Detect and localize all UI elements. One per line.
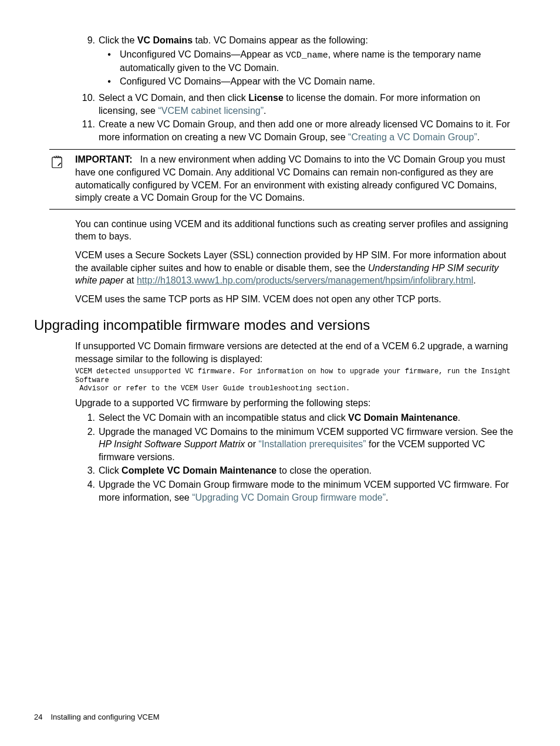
text: or: [245, 439, 258, 449]
step-item-3: 3. Click Complete VC Domain Maintenance …: [75, 464, 515, 477]
text: Select a VC Domain, and then click: [99, 93, 248, 103]
cross-ref-link[interactable]: “Creating a VC Domain Group”: [348, 132, 477, 142]
text: to close the operation.: [276, 465, 372, 475]
text: Select the VC Domain with an incompatibl…: [99, 413, 348, 423]
step-item-2: 2. Upgrade the managed VC Domains to the…: [75, 426, 515, 464]
page-number: 24: [34, 713, 42, 721]
text: .: [458, 413, 460, 423]
text: Unconfigured VC Domains—Appear as: [120, 49, 286, 59]
footer-title: Installing and configuring VCEM: [50, 713, 159, 721]
code-block: VCEM detected unsupported VC firmware. F…: [75, 367, 515, 393]
text: .: [473, 275, 475, 285]
list-number: 9.: [75, 34, 99, 90]
page: 9. Click the VC Domains tab. VC Domains …: [0, 0, 560, 746]
bold-text: License: [248, 93, 284, 103]
bold-text: VC Domain Maintenance: [348, 413, 458, 423]
code-text: VCD_name: [286, 50, 328, 60]
sub-list: • Unconfigured VC Domains—Appear as VCD_…: [99, 48, 515, 88]
text: .: [264, 106, 266, 116]
step-item-1: 1. Select the VC Domain with an incompat…: [75, 411, 515, 424]
list-item-10: 10. Select a VC Domain, and then click L…: [75, 92, 515, 117]
text: tab. VC Domains appear as the following:: [193, 35, 368, 45]
text: Upgrade the managed VC Domains to the mi…: [99, 427, 513, 437]
content-area: 9. Click the VC Domains tab. VC Domains …: [75, 34, 515, 504]
bold-text: Complete VC Domain Maintenance: [122, 465, 276, 475]
italic-text: HP Insight Software Support Matrix: [99, 439, 245, 449]
section-heading: Upgrading incompatible firmware modes an…: [34, 317, 515, 334]
bullet: •: [99, 48, 120, 75]
important-body: In a new environment when adding VC Doma…: [75, 154, 505, 202]
ordered-list-steps: 1. Select the VC Domain with an incompat…: [75, 411, 515, 504]
list-number: 3.: [75, 464, 99, 477]
note-icon: [49, 153, 75, 204]
ordered-list-continued: 9. Click the VC Domains tab. VC Domains …: [75, 34, 515, 143]
text: at: [124, 275, 137, 285]
important-note: IMPORTANT: In a new environment when add…: [49, 149, 515, 209]
svg-rect-0: [52, 157, 62, 168]
text: .: [386, 492, 388, 502]
bullet: •: [99, 75, 120, 88]
cross-ref-link[interactable]: “VCEM cabinet licensing”: [158, 106, 264, 116]
bold-text: VC Domains: [137, 35, 193, 45]
paragraph: You can continue using VCEM and its addi…: [75, 218, 515, 243]
page-footer: 24Installing and configuring VCEM: [34, 713, 159, 721]
paragraph: If unsupported VC Domain firmware versio…: [75, 340, 515, 365]
list-number: 1.: [75, 411, 99, 424]
sub-list-item: • Unconfigured VC Domains—Appear as VCD_…: [99, 48, 515, 75]
external-link[interactable]: http://h18013.www1.hp.com/products/serve…: [137, 275, 473, 285]
list-item-9: 9. Click the VC Domains tab. VC Domains …: [75, 34, 515, 90]
list-number: 11.: [75, 118, 99, 143]
sub-list-item: • Configured VC Domains—Appear with the …: [99, 75, 515, 88]
list-item-11: 11. Create a new VC Domain Group, and th…: [75, 118, 515, 143]
text: Click the: [99, 35, 137, 45]
list-number: 2.: [75, 426, 99, 464]
paragraph: VCEM uses the same TCP ports as HP SIM. …: [75, 293, 515, 306]
list-number: 4.: [75, 478, 99, 504]
paragraph: Upgrade to a supported VC firmware by pe…: [75, 397, 515, 410]
text: Configured VC Domains—Appear with the VC…: [120, 76, 375, 86]
list-number: 10.: [75, 92, 99, 117]
cross-ref-link[interactable]: “Upgrading VC Domain Group firmware mode…: [192, 492, 386, 502]
important-label: IMPORTANT:: [75, 154, 132, 164]
cross-ref-link[interactable]: “Installation prerequisites”: [258, 439, 366, 449]
text: Click: [99, 465, 122, 475]
step-item-4: 4. Upgrade the VC Domain Group firmware …: [75, 478, 515, 504]
paragraph: VCEM uses a Secure Sockets Layer (SSL) c…: [75, 249, 515, 287]
text: .: [477, 132, 480, 142]
